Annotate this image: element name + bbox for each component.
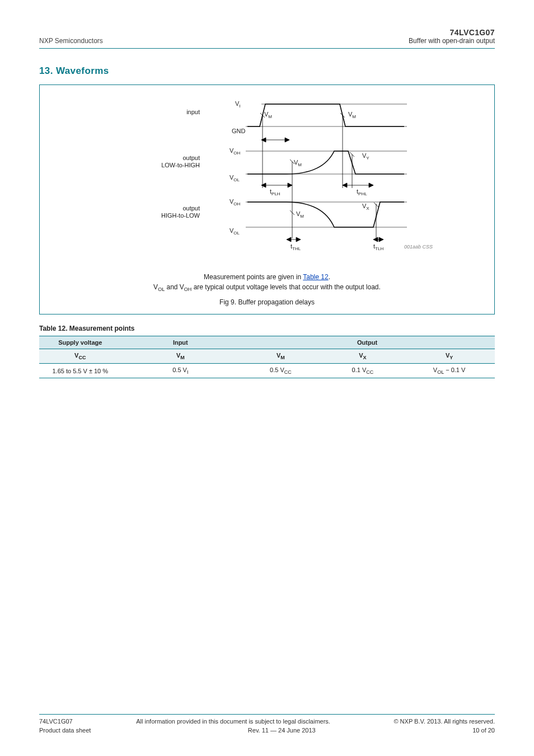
svg-text:tTHL: tTHL: [291, 243, 301, 251]
cell-vx: 0.1 VCC: [322, 364, 404, 378]
th-input: Input: [121, 336, 240, 349]
svg-text:input: input: [186, 109, 200, 115]
th-vy: VY: [404, 349, 495, 363]
svg-text:VOH: VOH: [229, 147, 241, 156]
svg-text:tTLH: tTLH: [373, 243, 383, 251]
svg-marker-29: [261, 183, 266, 187]
svg-text:VX: VX: [362, 203, 369, 211]
cell-vm-out: 0.5 VCC: [240, 364, 322, 378]
footer-page: 10 of 20: [472, 727, 495, 734]
table-row: 1.65 to 5.5 V ± 10 % 0.5 VI 0.5 VCC 0.1 …: [39, 364, 495, 378]
svg-text:HIGH-to-LOW: HIGH-to-LOW: [161, 212, 200, 219]
figure-title: Fig 9. Buffer propagation delays: [219, 297, 315, 307]
th-vm-out: VM: [240, 349, 322, 363]
svg-text:VM: VM: [294, 159, 302, 167]
footer-doc-id: 74LVC1G07: [39, 718, 73, 725]
timing-diagram: input VI GND VM VM output LOW-to-HIGH VO…: [93, 93, 441, 266]
footer-rev: Rev. 11 — 24 June 2013: [248, 727, 316, 734]
svg-text:GND: GND: [232, 128, 246, 134]
th-output: Output: [240, 336, 495, 349]
measurement-points-table: Supply voltage Input Output VCC VM VM VX…: [39, 336, 495, 378]
svg-text:VOL: VOL: [229, 227, 240, 236]
page-footer: 74LVC1G07 All information provided in th…: [39, 714, 495, 734]
svg-text:VOH: VOH: [229, 198, 241, 206]
table-link[interactable]: Table 12: [303, 273, 328, 281]
header-rule: [39, 48, 495, 49]
svg-text:VOL: VOL: [229, 174, 240, 182]
product-subtitle: Buffer with open-drain output: [409, 37, 495, 45]
svg-marker-26: [285, 138, 289, 142]
svg-marker-41: [379, 237, 383, 242]
footer-product-ds: Product data sheet: [39, 727, 91, 734]
svg-text:output: output: [182, 205, 200, 212]
th-vcc: VCC: [39, 349, 121, 363]
figure-caption: Measurement points are given in Table 12…: [50, 272, 484, 307]
svg-marker-34: [343, 183, 347, 187]
cell-vy: VOL − 0.1 V: [404, 364, 495, 378]
company-name: NXP Semiconductors: [39, 37, 103, 45]
footer-legal: All information provided in this documen…: [73, 718, 394, 725]
th-supply: Supply voltage: [39, 336, 121, 349]
svg-marker-25: [261, 138, 266, 142]
th-vm-in: VM: [121, 349, 240, 363]
th-vx: VX: [322, 349, 404, 363]
svg-text:output: output: [182, 154, 200, 161]
svg-marker-38: [296, 237, 301, 242]
product-name: 74LVC1G07: [409, 28, 495, 37]
svg-marker-35: [369, 183, 373, 187]
svg-text:VM: VM: [296, 210, 304, 219]
svg-text:VM: VM: [264, 111, 272, 119]
svg-marker-37: [287, 237, 291, 242]
cell-vm-in: 0.5 VI: [121, 364, 240, 378]
svg-text:LOW-to-HIGH: LOW-to-HIGH: [161, 162, 200, 168]
cell-supply: 1.65 to 5.5 V ± 10 %: [39, 364, 121, 378]
svg-text:VM: VM: [348, 111, 356, 119]
footer-copyright: © NXP B.V. 2013. All rights reserved.: [394, 718, 495, 725]
svg-marker-40: [373, 237, 378, 242]
svg-text:VI: VI: [235, 100, 241, 109]
svg-text:tPLH: tPLH: [270, 188, 280, 196]
svg-text:001aab CSS: 001aab CSS: [404, 244, 433, 250]
table-title: Table 12. Measurement points: [39, 325, 495, 332]
svg-text:tPHL: tPHL: [357, 188, 367, 196]
svg-marker-30: [288, 183, 292, 187]
section-title: 13. Waveforms: [39, 65, 495, 77]
figure-box: input VI GND VM VM output LOW-to-HIGH VO…: [39, 84, 495, 314]
svg-text:VY: VY: [362, 152, 369, 161]
